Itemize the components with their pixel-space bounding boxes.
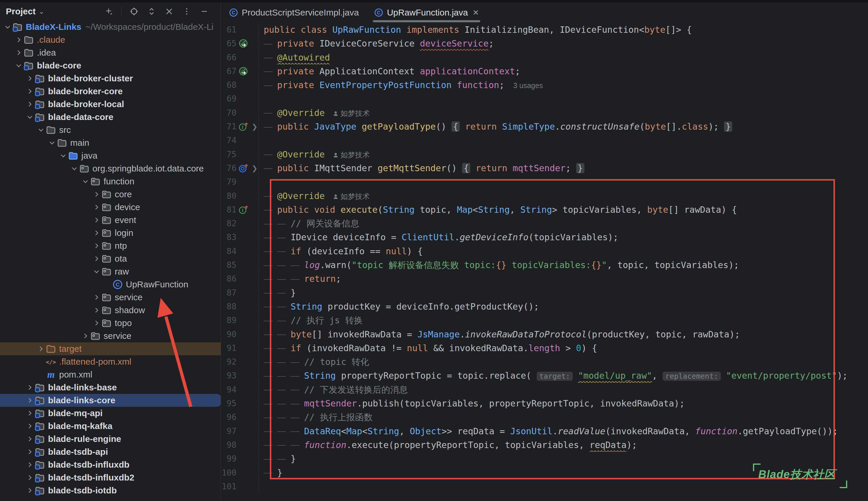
override-o-gutter-icon[interactable] — [236, 161, 250, 175]
hide-panel-icon[interactable] — [199, 7, 209, 17]
override-i-gutter-icon[interactable]: I — [236, 203, 250, 216]
chevron-right-icon[interactable] — [25, 486, 34, 495]
tree-item-blade-mq-api[interactable]: blade-mq-api — [0, 407, 221, 420]
code-line-92[interactable]: 92// topic 转化 — [221, 355, 868, 369]
tree-item-core[interactable]: core — [0, 188, 221, 201]
tree-item-src[interactable]: src — [0, 124, 221, 136]
code-line-86[interactable]: 86return; — [221, 272, 868, 286]
code-line-83[interactable]: 83IDevice deviceInfo = ClientUtil.getDev… — [221, 230, 868, 244]
collapse-all-icon[interactable] — [164, 7, 174, 17]
more-options-icon[interactable] — [182, 7, 192, 17]
tree-item-blade-tsdb-iotdb[interactable]: blade-tsdb-iotdb — [0, 484, 221, 497]
tree-item-raw[interactable]: raw — [0, 265, 221, 278]
chevron-right-icon[interactable] — [92, 203, 101, 212]
chevron-down-icon[interactable] — [14, 61, 23, 70]
chevron-down-icon[interactable] — [58, 151, 68, 160]
code-line-79[interactable]: 79 — [221, 175, 868, 189]
chevron-down-icon[interactable] — [36, 125, 46, 135]
expand-icon[interactable] — [147, 7, 157, 17]
chevron-right-icon[interactable] — [25, 408, 34, 418]
chevron-down-icon[interactable] — [81, 177, 90, 186]
tab-productscriptserviceimpl-java[interactable]: CProductScriptServiceImpl.java — [221, 2, 366, 23]
chevron-down-icon[interactable] — [25, 113, 34, 122]
tree-item--claude[interactable]: .claude — [0, 33, 221, 46]
chevron-right-icon[interactable] — [25, 422, 34, 431]
chevron-right-icon[interactable] — [14, 35, 23, 44]
code-line-71[interactable]: 71 I ❯public JavaType getPayloadType() {… — [221, 120, 868, 134]
chevron-right-icon[interactable] — [25, 460, 34, 469]
tree-item-blade-links-base[interactable]: blade-links-base — [0, 381, 221, 394]
chevron-right-icon[interactable] — [92, 292, 101, 302]
tree-item-service[interactable]: service — [0, 291, 221, 304]
chevron-right-icon[interactable] — [25, 87, 34, 96]
tree-item-blade-data-core[interactable]: blade-data-core — [0, 110, 221, 124]
tree-item-main[interactable]: main — [0, 136, 221, 149]
code-line-91[interactable]: 91if (invokedRawData != null && invokedR… — [221, 341, 868, 355]
code-line-84[interactable]: 84if (deviceInfo == null) { — [221, 244, 868, 258]
code-line-88[interactable]: 88String productKey = deviceInfo.getProd… — [221, 300, 868, 313]
tree-item-ntp[interactable]: ntp — [0, 239, 221, 252]
chevron-right-icon[interactable] — [25, 434, 34, 444]
tree-item-target[interactable]: target — [0, 342, 221, 355]
code-line-89[interactable]: 89// 执行 js 转换 — [221, 313, 868, 327]
chevron-right-icon[interactable] — [25, 383, 34, 392]
tree-item-org-springblade-iot-data-core[interactable]: org.springblade.iot.data.core — [0, 162, 221, 175]
chevron-right-icon[interactable] — [25, 99, 34, 109]
code-line-67[interactable]: 67 private ApplicationContext applicatio… — [221, 64, 868, 78]
code-line-95[interactable]: 95mqttSender.publish(topicVariables, pro… — [221, 396, 868, 410]
project-panel-title[interactable]: Project — [6, 7, 36, 17]
code-line-82[interactable]: 82// 网关设备信息 — [221, 216, 868, 230]
tree-item-device[interactable]: device — [0, 201, 221, 214]
code-line-93[interactable]: 93String propertyReportTopic = topic.rep… — [221, 369, 868, 383]
code-line-85[interactable]: 85log.warn("topic 解析设备信息失败 topic:{} topi… — [221, 258, 868, 272]
tree-item-blade-broker-core[interactable]: blade-broker-core — [0, 85, 221, 98]
chevron-right-icon[interactable] — [81, 331, 90, 341]
chevron-down-icon[interactable] — [69, 164, 79, 173]
tree-item-blade-broker-cluster[interactable]: blade-broker-cluster — [0, 72, 221, 85]
chevron-down-icon[interactable] — [3, 22, 12, 32]
code-line-69[interactable]: 69 — [221, 92, 868, 106]
chevron-right-icon[interactable] — [25, 74, 34, 83]
tree-item-blade-mq-kafka[interactable]: blade-mq-kafka — [0, 420, 221, 433]
tree-item-blade-links-core[interactable]: blade-links-core — [0, 394, 221, 407]
code-line-80[interactable]: 80@Override 如梦技术 — [221, 189, 868, 203]
chevron-down-icon[interactable] — [47, 138, 57, 148]
code-line-66[interactable]: 66@Autowired — [221, 51, 868, 64]
tree-item-function[interactable]: function — [0, 175, 221, 188]
code-line-61[interactable]: 61public class UpRawFunction implements … — [221, 23, 868, 36]
code-line-81[interactable]: 81 I public void execute(String topic, M… — [221, 203, 868, 216]
chevron-right-icon[interactable] — [36, 344, 46, 353]
code-line-76[interactable]: 76 ❯public IMqttSender getMqttSender() {… — [221, 161, 868, 175]
code-line-97[interactable]: 97DataReq<Map<String, Object>> reqData =… — [221, 424, 868, 438]
chevron-down-icon[interactable]: ⌄ — [39, 7, 44, 15]
tree-item-login[interactable]: login — [0, 226, 221, 239]
spring-gutter-icon[interactable] — [236, 64, 250, 78]
code-editor[interactable]: 61public class UpRawFunction implements … — [221, 23, 868, 501]
code-line-75[interactable]: 75@Override 如梦技术 — [221, 148, 868, 161]
override-i-gutter-icon[interactable]: I — [236, 120, 250, 134]
tree-item-java[interactable]: java — [0, 149, 221, 162]
tree-item-event[interactable]: event — [0, 214, 221, 226]
tree-item-blade-tsdb-influxdb2[interactable]: blade-tsdb-influxdb2 — [0, 471, 221, 484]
chevron-right-icon[interactable] — [25, 396, 34, 405]
code-line-96[interactable]: 96// 执行上报函数 — [221, 410, 868, 424]
code-line-65[interactable]: 65 private IDeviceCoreService deviceServ… — [221, 36, 868, 50]
close-icon[interactable]: ✕ — [473, 8, 479, 17]
locate-file-icon[interactable] — [129, 7, 139, 17]
tree-item--idea[interactable]: .idea — [0, 46, 221, 59]
code-line-87[interactable]: 87} — [221, 286, 868, 300]
code-line-94[interactable]: 94// 下发发送转换后的消息 — [221, 383, 868, 396]
tree-item-service[interactable]: service — [0, 330, 221, 342]
chevron-right-icon[interactable] — [92, 228, 101, 238]
code-line-98[interactable]: 98function.execute(propertyReportTopic, … — [221, 438, 868, 452]
fold-chevron-icon[interactable]: ❯ — [250, 120, 259, 134]
chevron-right-icon[interactable] — [92, 306, 101, 315]
tree-item-blade-tsdb-influxdb[interactable]: blade-tsdb-influxdb — [0, 458, 221, 471]
tree-item-blade-core[interactable]: blade-core — [0, 59, 221, 72]
tree-item-ota[interactable]: ota — [0, 252, 221, 265]
tree-item-blade-rule-engine[interactable]: blade-rule-engine — [0, 433, 221, 445]
tree-item-topo[interactable]: topo — [0, 317, 221, 330]
chevron-right-icon[interactable] — [92, 241, 101, 250]
chevron-right-icon[interactable] — [25, 473, 34, 482]
tree-item-blade-tsdb-api[interactable]: blade-tsdb-api — [0, 445, 221, 458]
